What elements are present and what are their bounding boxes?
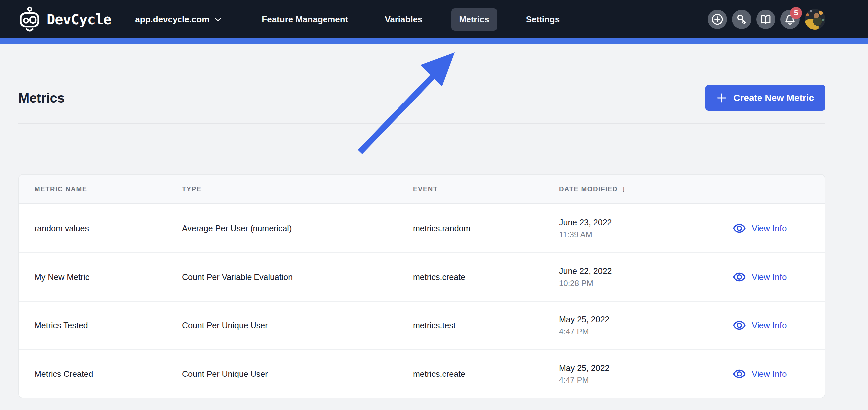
actions-cell: View Info	[716, 318, 825, 333]
view-info-link[interactable]: View Info	[732, 367, 787, 381]
actions-cell: View Info	[716, 367, 825, 381]
date-value: June 23, 2022	[559, 218, 716, 227]
main-content: Metrics Create New Metric Metric Name Ty…	[0, 44, 868, 399]
column-header-metric-name[interactable]: Metric Name	[34, 185, 182, 193]
metric-event-cell: metrics.create	[413, 272, 559, 282]
metric-name-cell: random values	[34, 224, 182, 233]
date-modified-label: Date Modified	[559, 185, 618, 193]
eye-icon	[732, 367, 746, 381]
table-row: Metrics Tested Count Per Unique User met…	[19, 301, 825, 349]
nav-item-metrics[interactable]: Metrics	[451, 8, 497, 31]
api-keys-button[interactable]	[732, 10, 751, 29]
nav-actions: 5	[708, 9, 825, 30]
view-info-link[interactable]: View Info	[732, 221, 787, 235]
metrics-table: Metric Name Type Event Date Modified ↓ r…	[18, 174, 825, 399]
table-row: random values Average Per User (numerica…	[19, 204, 825, 252]
metric-name-cell: My New Metric	[34, 272, 182, 282]
devcycle-logo[interactable]: DevCycle	[18, 6, 111, 32]
add-button[interactable]	[708, 10, 727, 29]
date-modified-cell: June 23, 2022 11:39 AM	[559, 218, 716, 239]
plus-circle-icon	[711, 13, 724, 26]
create-new-metric-button[interactable]: Create New Metric	[705, 85, 825, 111]
table-row: My New Metric Count Per Variable Evaluat…	[19, 252, 825, 301]
table-body: random values Average Per User (numerica…	[19, 204, 825, 398]
table-header-row: Metric Name Type Event Date Modified ↓	[19, 175, 825, 204]
avatar[interactable]	[805, 9, 825, 30]
actions-cell: View Info	[716, 270, 825, 284]
view-info-label: View Info	[751, 272, 787, 282]
eye-icon	[732, 270, 746, 284]
eye-icon	[732, 221, 746, 235]
docs-button[interactable]	[756, 10, 775, 29]
devcycle-logo-text: DevCycle	[47, 11, 111, 28]
nav-item-settings[interactable]: Settings	[518, 8, 568, 31]
metric-event-cell: metrics.random	[413, 224, 559, 233]
primary-nav: Feature Management Variables Metrics Set…	[254, 8, 568, 31]
view-info-label: View Info	[751, 320, 787, 331]
actions-cell: View Info	[716, 221, 825, 235]
nav-item-variables[interactable]: Variables	[377, 8, 430, 31]
accent-bar	[0, 38, 868, 44]
notification-badge: 5	[790, 7, 802, 19]
org-selector-label: app.devcycle.com	[135, 14, 209, 25]
date-value: June 22, 2022	[559, 266, 716, 276]
table-row: Metrics Created Count Per Unique User me…	[19, 349, 825, 398]
metric-type-cell: Count Per Variable Evaluation	[182, 272, 413, 282]
view-info-label: View Info	[751, 223, 787, 233]
plus-icon	[717, 93, 727, 103]
time-value: 11:39 AM	[559, 230, 716, 239]
date-value: May 25, 2022	[559, 363, 716, 373]
date-modified-cell: June 22, 2022 10:28 PM	[559, 266, 716, 288]
view-info-link[interactable]: View Info	[732, 318, 787, 333]
date-modified-cell: May 25, 2022 4:47 PM	[559, 315, 716, 336]
metric-name-cell: Metrics Tested	[34, 321, 182, 330]
time-value: 4:47 PM	[559, 327, 716, 336]
view-info-label: View Info	[751, 369, 787, 379]
column-header-type[interactable]: Type	[182, 185, 413, 193]
page-divider	[18, 123, 825, 124]
metric-type-cell: Average Per User (numerical)	[182, 224, 413, 233]
time-value: 4:47 PM	[559, 376, 716, 385]
date-value: May 25, 2022	[559, 315, 716, 324]
nav-item-feature-management[interactable]: Feature Management	[254, 8, 356, 31]
metric-name-cell: Metrics Created	[34, 369, 182, 379]
metric-type-cell: Count Per Unique User	[182, 369, 413, 379]
top-nav: DevCycle app.devcycle.com Feature Manage…	[0, 0, 868, 38]
time-value: 10:28 PM	[559, 279, 716, 288]
eye-icon	[732, 318, 746, 333]
page-header: Metrics Create New Metric	[18, 85, 825, 111]
create-new-metric-label: Create New Metric	[733, 93, 814, 103]
view-info-link[interactable]: View Info	[732, 270, 787, 284]
metric-event-cell: metrics.test	[413, 321, 559, 330]
column-header-date-modified[interactable]: Date Modified ↓	[559, 184, 716, 194]
notifications-button[interactable]: 5	[780, 10, 800, 29]
page-title: Metrics	[18, 91, 65, 105]
date-modified-cell: May 25, 2022 4:47 PM	[559, 363, 716, 385]
metric-type-cell: Count Per Unique User	[182, 321, 413, 330]
column-header-event[interactable]: Event	[413, 185, 559, 193]
chevron-down-icon	[214, 17, 222, 22]
org-selector[interactable]: app.devcycle.com	[135, 14, 222, 25]
key-icon	[735, 13, 748, 26]
sort-descending-icon: ↓	[622, 184, 626, 194]
devcycle-robot-icon	[18, 6, 41, 32]
book-icon	[760, 13, 772, 26]
metric-event-cell: metrics.create	[413, 369, 559, 379]
